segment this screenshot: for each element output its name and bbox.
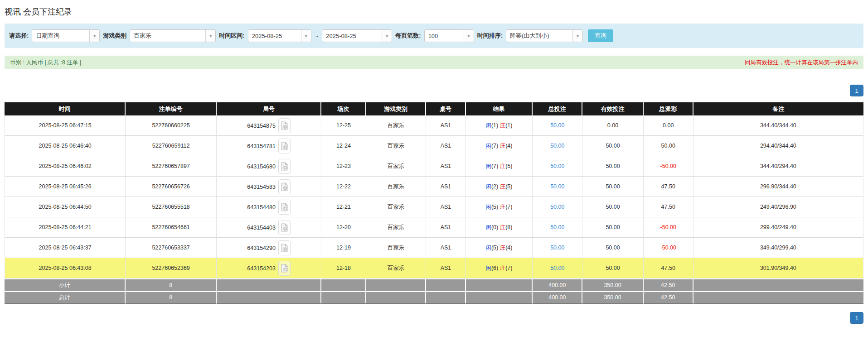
chevron-down-icon: ▾ (205, 30, 215, 42)
page-size-select[interactable]: 100 ▾ (424, 29, 474, 42)
result-player-value: (7) (491, 163, 498, 169)
cell-valid-bet: 50.00 (582, 238, 644, 258)
footer-total-bet: 400.00 (533, 278, 582, 291)
round-number-text: 643154781 (247, 143, 276, 149)
game-type-value: 百家乐 (130, 30, 205, 42)
video-replay-button[interactable] (278, 261, 291, 276)
table-row: 2025-08-25 06:46:02522760657897643154680… (5, 156, 863, 177)
video-replay-button[interactable] (278, 159, 291, 174)
cell-bet-number: 522760653337 (126, 238, 217, 258)
time-sort-select[interactable]: 降幂(由大到小) ▾ (506, 29, 583, 42)
result-player-label: 闲 (485, 204, 491, 210)
video-file-icon (281, 162, 288, 171)
chevron-down-icon: ▾ (89, 30, 99, 42)
cell-remark: 296.90/344.40 (693, 177, 863, 197)
cell-bet-number: 522760660225 (126, 115, 217, 136)
col-header-1: 时间 (5, 102, 126, 115)
total-bet-link[interactable]: 50.00 (550, 204, 564, 210)
game-type-select[interactable]: 百家乐 ▾ (130, 29, 216, 42)
cell-session: 12-25 (321, 115, 366, 136)
footer-session (321, 278, 366, 291)
footer-result (466, 291, 533, 304)
cell-total-bet: 50.00 (533, 177, 582, 197)
footer-count: 8 (126, 278, 217, 291)
query-type-select[interactable]: 日期查询 ▾ (32, 29, 100, 42)
subtotal-row: 小计8400.00350.0042.50 (5, 278, 863, 291)
date-to-value: 2025-08-25 (322, 30, 382, 42)
cell-game-type: 百家乐 (366, 156, 427, 177)
total-bet-link[interactable]: 50.00 (550, 183, 564, 190)
cell-result: 闲(2) 庄(5) (466, 177, 533, 197)
col-header-4: 场次 (321, 102, 366, 115)
total-bet-link[interactable]: 50.00 (550, 224, 564, 230)
col-header-9: 有效投注 (582, 102, 644, 115)
cell-game-type: 百家乐 (366, 238, 427, 258)
result-player-value: (5) (491, 204, 498, 210)
cell-bet-number: 522760655518 (126, 197, 217, 217)
video-replay-button[interactable] (278, 220, 291, 235)
result-player-label: 闲 (485, 245, 491, 251)
video-replay-button[interactable] (278, 240, 291, 255)
total-bet-link[interactable]: 50.00 (550, 143, 564, 149)
pagination-bottom: 1 (5, 312, 863, 334)
page-1-button[interactable]: 1 (850, 85, 863, 96)
table-header-row: 时间注单编号局号场次游戏类别桌号结果总投注有效投注总派彩备注 (5, 102, 863, 115)
result-banker-label: 庄 (500, 204, 506, 210)
cell-remark: 299.40/249.40 (693, 217, 863, 238)
video-replay-button[interactable] (278, 118, 291, 133)
cell-time: 2025-08-25 06:47:15 (5, 115, 126, 136)
video-replay-button[interactable] (278, 200, 291, 215)
cell-valid-bet: 50.00 (582, 177, 644, 197)
footer-table (426, 291, 466, 304)
date-from-select[interactable]: 2025-08-25 ▾ (248, 29, 311, 42)
pagination-top: 1 (5, 85, 863, 96)
table-row: 2025-08-25 06:47:15522760660225643154875… (5, 115, 863, 136)
video-file-icon (281, 121, 288, 130)
video-replay-button[interactable] (278, 139, 291, 153)
cell-session: 12-21 (321, 197, 366, 217)
cell-payout: 47.50 (644, 177, 693, 197)
cell-total-bet: 50.00 (533, 258, 582, 278)
total-bet-link[interactable]: 50.00 (550, 122, 564, 129)
result-player-value: (5) (491, 245, 498, 251)
footer-payout: 42.50 (644, 278, 693, 291)
cell-round-number: 643154290 (217, 238, 321, 258)
col-header-11: 备注 (693, 102, 863, 115)
total-bet-link[interactable]: 50.00 (550, 245, 564, 251)
cell-payout: -50.00 (644, 156, 693, 177)
cell-bet-number: 522760659112 (126, 136, 217, 156)
cell-valid-bet: 50.00 (582, 136, 644, 156)
cell-session: 12-23 (321, 156, 366, 177)
cell-remark: 249.40/296.90 (693, 197, 863, 217)
cell-remark: 294.40/344.40 (693, 136, 863, 156)
bet-records-table: 时间注单编号局号场次游戏类别桌号结果总投注有效投注总派彩备注 2025-08-2… (5, 102, 863, 304)
cell-payout: 0.00 (644, 115, 693, 136)
video-file-icon (281, 223, 288, 232)
search-button[interactable]: 查询 (588, 29, 613, 42)
result-player-label: 闲 (485, 265, 491, 271)
footer-label: 总计 (5, 291, 126, 304)
cell-result: 闲(1) 庄(1) (466, 115, 533, 136)
footer-label: 小计 (5, 278, 126, 291)
total-bet-link[interactable]: 50.00 (550, 163, 564, 169)
cell-result: 闲(5) 庄(7) (466, 197, 533, 217)
cell-session: 12-24 (321, 136, 366, 156)
footer-game (366, 278, 427, 291)
filter-label-query-type: 请选择: (9, 32, 29, 40)
cell-result: 闲(5) 庄(4) (466, 238, 533, 258)
page-1-button[interactable]: 1 (850, 312, 863, 324)
chevron-down-icon: ▾ (572, 30, 582, 42)
footer-session (321, 291, 366, 304)
cell-round-number: 643154875 (217, 115, 321, 136)
footer-remark (693, 291, 863, 304)
result-banker-value: (4) (505, 143, 512, 149)
chevron-down-icon: ▾ (301, 30, 311, 42)
cell-valid-bet: 50.00 (582, 258, 644, 278)
total-bet-link[interactable]: 50.00 (550, 265, 564, 271)
date-to-select[interactable]: 2025-08-25 ▾ (322, 29, 392, 42)
cell-round-number: 643154480 (217, 197, 321, 217)
cell-session: 12-18 (321, 258, 366, 278)
summary-bar: 币别 : 人民币 | 总共 :8 注单 | 同局有效投注，统一计算在该局第一张注… (5, 56, 863, 69)
video-file-icon (281, 203, 288, 211)
video-replay-button[interactable] (278, 179, 291, 194)
